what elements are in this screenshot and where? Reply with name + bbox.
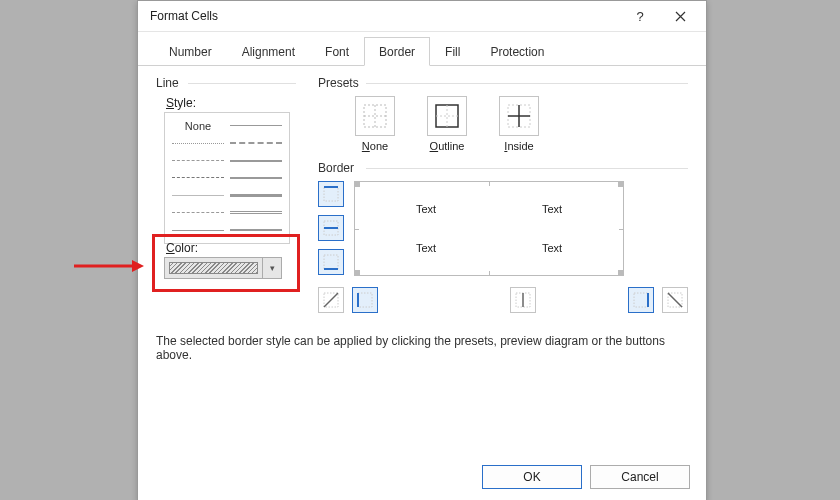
line-style-option[interactable] xyxy=(172,143,224,144)
color-dropdown[interactable]: ▾ xyxy=(164,257,282,279)
preview-cell: Text xyxy=(363,229,489,268)
titlebar: Format Cells ? xyxy=(138,1,706,32)
tab-number[interactable]: Number xyxy=(154,37,227,66)
svg-rect-2 xyxy=(364,105,386,127)
tab-alignment[interactable]: Alignment xyxy=(227,37,310,66)
preset-none-button[interactable] xyxy=(355,96,395,136)
line-style-option[interactable] xyxy=(172,160,224,161)
close-button[interactable] xyxy=(660,2,700,30)
border-diag-down-button[interactable] xyxy=(662,287,688,313)
preview-cell: Text xyxy=(363,190,489,229)
tab-border[interactable]: Border xyxy=(364,37,430,66)
line-style-option[interactable] xyxy=(230,125,282,126)
line-style-option[interactable] xyxy=(230,142,282,144)
border-group: Border Text Text Text Text xyxy=(318,161,688,321)
border-preview[interactable]: Text Text Text Text xyxy=(354,181,624,276)
svg-rect-15 xyxy=(324,255,338,269)
dialog-title: Format Cells xyxy=(150,9,620,23)
line-style-none[interactable]: None xyxy=(185,120,211,132)
svg-rect-5 xyxy=(436,105,458,127)
svg-line-26 xyxy=(668,293,682,307)
preset-outline-button[interactable] xyxy=(427,96,467,136)
preset-none-label: None xyxy=(362,140,388,152)
cancel-button[interactable]: Cancel xyxy=(590,465,690,489)
line-style-option[interactable] xyxy=(172,195,224,196)
color-swatch xyxy=(165,258,262,278)
border-middle-h-button[interactable] xyxy=(318,215,344,241)
help-button[interactable]: ? xyxy=(620,2,660,30)
tab-fill[interactable]: Fill xyxy=(430,37,475,66)
line-style-option[interactable] xyxy=(230,160,282,162)
line-style-option[interactable] xyxy=(230,229,282,231)
tab-content-border: Line Style: None xyxy=(138,66,706,456)
dialog-footer: OK Cancel xyxy=(482,465,690,489)
preset-outline-label: Outline xyxy=(430,140,465,152)
chevron-down-icon: ▾ xyxy=(262,258,281,278)
preview-cell: Text xyxy=(489,229,615,268)
line-style-option[interactable] xyxy=(230,177,282,179)
preset-inside-button[interactable] xyxy=(499,96,539,136)
line-style-option[interactable] xyxy=(172,230,224,231)
line-group: Line Style: None xyxy=(156,76,296,244)
border-right-button[interactable] xyxy=(628,287,654,313)
presets-group: Presets None Outline xyxy=(318,76,688,152)
border-header: Border xyxy=(318,161,360,175)
border-bottom-button[interactable] xyxy=(318,249,344,275)
line-style-option[interactable] xyxy=(172,177,224,178)
presets-header: Presets xyxy=(318,76,365,90)
tab-protection[interactable]: Protection xyxy=(475,37,559,66)
line-style-picker[interactable]: None xyxy=(164,112,290,244)
border-top-button[interactable] xyxy=(318,181,344,207)
ok-button[interactable]: OK xyxy=(482,465,582,489)
annotation-arrow xyxy=(72,258,144,274)
line-style-label: Style: xyxy=(166,96,296,110)
tab-font[interactable]: Font xyxy=(310,37,364,66)
border-left-button[interactable] xyxy=(352,287,378,313)
svg-rect-23 xyxy=(634,293,648,307)
hint-text: The selected border style can be applied… xyxy=(156,334,688,362)
border-diag-up-button[interactable] xyxy=(318,287,344,313)
tab-strip: Number Alignment Font Border Fill Protec… xyxy=(138,36,706,66)
line-style-option[interactable] xyxy=(230,211,282,214)
svg-rect-11 xyxy=(324,187,338,201)
preview-cell: Text xyxy=(489,190,615,229)
color-label: Color: xyxy=(166,241,296,255)
preset-inside-label: Inside xyxy=(504,140,533,152)
color-group: Color: ▾ xyxy=(156,241,296,279)
svg-marker-1 xyxy=(132,260,144,272)
line-header: Line xyxy=(156,76,185,90)
svg-rect-19 xyxy=(358,293,372,307)
line-style-option[interactable] xyxy=(230,194,282,197)
format-cells-dialog: Format Cells ? Number Alignment Font Bor… xyxy=(137,0,707,500)
svg-line-18 xyxy=(324,293,338,307)
border-middle-v-button[interactable] xyxy=(510,287,536,313)
line-style-option[interactable] xyxy=(172,212,224,213)
